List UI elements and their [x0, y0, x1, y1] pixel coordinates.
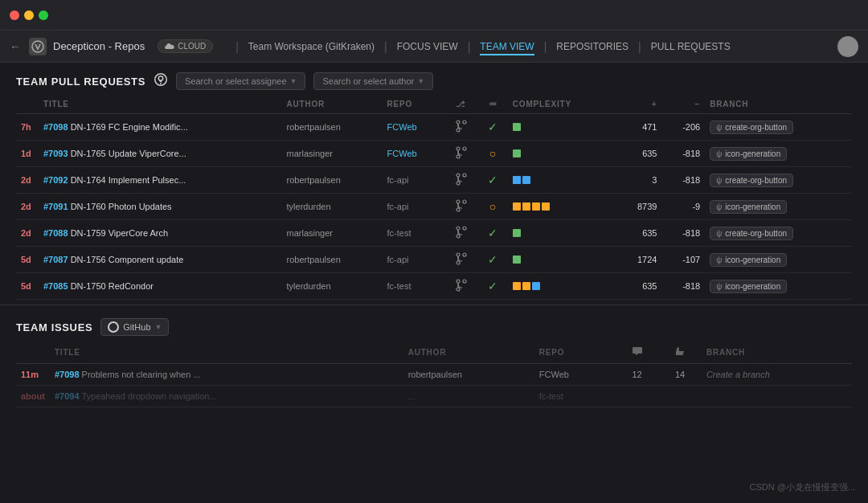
issue-branch[interactable]: Create a branch — [702, 364, 852, 386]
issue-author: ... — [403, 386, 534, 407]
github-badge[interactable]: GitHub ▼ — [100, 318, 169, 336]
nav-back-button[interactable]: ← — [10, 40, 21, 53]
pr-section-header: TEAM PULL REQUESTS Search or select assi… — [0, 63, 868, 96]
complexity-bar — [513, 202, 521, 211]
issue-row[interactable]: about #7094 Typeahead dropdown navigatio… — [16, 386, 852, 407]
col-checks: ≔ — [477, 96, 508, 114]
pr-complexity-cell — [508, 247, 616, 273]
pr-number[interactable]: #7088 — [43, 228, 68, 238]
col-branches: ⎇ — [444, 96, 477, 114]
pr-repo[interactable]: fc-api — [383, 194, 444, 220]
svg-point-14 — [463, 200, 466, 203]
pr-info: #7091 DN-1760 Photon Updates — [39, 194, 282, 220]
pr-check-cell: ✓ — [477, 167, 508, 194]
svg-point-2 — [463, 121, 466, 124]
traffic-light-green[interactable] — [39, 10, 48, 20]
nav-repositories[interactable]: REPOSITORIES — [556, 38, 628, 55]
issue-number[interactable]: #7098 — [55, 370, 80, 379]
pr-complexity-cell — [508, 141, 616, 167]
author-filter[interactable]: Search or select author ▼ — [313, 72, 433, 90]
table-row[interactable]: 2d #7091 DN-1760 Photon Updates tylerdur… — [16, 194, 852, 220]
issues-col-repo: REPO — [534, 342, 616, 364]
pr-number[interactable]: #7092 — [43, 175, 68, 185]
pr-age: 5d — [16, 273, 39, 300]
check-icon: ✓ — [488, 253, 497, 266]
pr-title: DN-1760 Photon Updates — [71, 202, 172, 211]
pr-repo[interactable]: FCWeb — [383, 141, 444, 167]
pr-age: 2d — [16, 167, 39, 194]
pr-minus: -818 — [661, 273, 705, 300]
pr-complexity-cell — [508, 273, 616, 300]
branch-icon: ψ — [716, 149, 722, 158]
branch-badge[interactable]: ψ create-org-button — [710, 174, 793, 187]
pr-plus: 635 — [616, 141, 662, 167]
pr-branches-cell — [444, 167, 477, 194]
table-row[interactable]: 5d #7087 DN-1756 Component update robert… — [16, 247, 852, 273]
table-row[interactable]: 2d #7092 DN-1764 Implement Pulsec... rob… — [16, 167, 852, 194]
pr-complexity-cell — [508, 220, 616, 247]
pr-repo[interactable]: fc-api — [383, 247, 444, 273]
complexity-bar — [522, 176, 530, 184]
complexity-bar — [513, 229, 521, 237]
branch-icon: ψ — [716, 282, 722, 291]
nav-avatar[interactable] — [837, 36, 858, 57]
pr-number[interactable]: #7091 — [43, 202, 68, 211]
pr-branches-cell — [444, 273, 477, 300]
pr-plus: 635 — [616, 273, 662, 300]
issues-header: TEAM ISSUES GitHub ▼ — [16, 318, 852, 336]
check-icon: ✓ — [488, 227, 497, 239]
col-plus: + — [616, 96, 662, 114]
nav-bar: ← Decepticon - Repos CLOUD | Team Worksp… — [0, 31, 868, 63]
pr-number[interactable]: #7093 — [43, 149, 68, 158]
table-row[interactable]: 1d #7093 DN-1765 Update ViperCore... mar… — [16, 141, 852, 167]
pr-repo[interactable]: fc-api — [383, 167, 444, 194]
pr-number[interactable]: #7085 — [43, 281, 68, 291]
pr-info: #7098 DN-1769 FC Engine Modific... — [39, 114, 282, 141]
pr-complexity-cell — [508, 167, 616, 194]
branch-badge[interactable]: ψ icon-generation — [710, 253, 787, 267]
nav-team-view[interactable]: TEAM VIEW — [480, 38, 534, 55]
nav-workspace[interactable]: Team Workspace (GitKraken) — [248, 38, 375, 55]
pr-minus: -818 — [661, 220, 705, 247]
table-row[interactable]: 5d #7085 DN-1750 RedCondor tylerdurden f… — [16, 273, 852, 300]
issue-title: Typeahead dropdown navigation... — [81, 391, 216, 401]
branch-badge[interactable]: ψ create-org-button — [710, 121, 793, 134]
pr-minus: -818 — [661, 141, 705, 167]
issue-info: #7098 Problems not clearing when ... — [50, 364, 403, 386]
col-repo: REPO — [383, 96, 444, 114]
pr-repo[interactable]: fc-test — [383, 220, 444, 247]
nav-focus-view[interactable]: FOCUS VIEW — [397, 38, 458, 55]
pr-number[interactable]: #7098 — [43, 122, 68, 132]
branch-badge[interactable]: ψ create-org-button — [710, 227, 793, 240]
pr-number[interactable]: #7087 — [43, 255, 68, 264]
issue-repo[interactable]: fc-test — [534, 386, 616, 407]
traffic-light-red[interactable] — [10, 10, 19, 20]
pr-branches-cell — [444, 194, 477, 220]
issues-section: TEAM ISSUES GitHub ▼ TITLE AUTHOR REPO — [0, 310, 868, 407]
pr-repo[interactable]: fc-test — [383, 273, 444, 300]
issue-info: #7094 Typeahead dropdown navigation... — [50, 386, 403, 407]
table-row[interactable]: 7h #7098 DN-1769 FC Engine Modific... ro… — [16, 114, 852, 141]
nav-pull-requests[interactable]: PULL REQUESTS — [651, 38, 731, 55]
pr-repo[interactable]: FCWeb — [383, 114, 444, 141]
issue-number[interactable]: #7094 — [55, 391, 80, 401]
nav-title: Decepticon - Repos — [53, 40, 145, 52]
branch-badge[interactable]: ψ icon-generation — [710, 200, 787, 214]
issue-branch[interactable] — [702, 386, 852, 407]
branch-badge[interactable]: ψ icon-generation — [710, 280, 787, 293]
traffic-light-yellow[interactable] — [24, 10, 34, 20]
branch-badge[interactable]: ψ icon-generation — [710, 147, 787, 161]
circle-icon: ○ — [489, 147, 496, 160]
pr-plus: 1724 — [616, 247, 662, 273]
issue-age: about — [16, 386, 50, 407]
check-icon: ✓ — [488, 121, 497, 133]
git-branch-icon — [456, 252, 467, 265]
check-icon: ✓ — [488, 174, 497, 186]
git-branch-icon — [456, 199, 467, 212]
col-title: TITLE — [39, 96, 282, 114]
assignee-chevron-icon: ▼ — [290, 77, 297, 85]
assignee-filter[interactable]: Search or select assignee ▼ — [176, 72, 306, 90]
issue-repo[interactable]: FCWeb — [534, 364, 616, 386]
table-row[interactable]: 2d #7088 DN-1759 ViperCore Arch marlasin… — [16, 220, 852, 247]
issue-row[interactable]: 11m #7098 Problems not clearing when ...… — [16, 364, 852, 386]
